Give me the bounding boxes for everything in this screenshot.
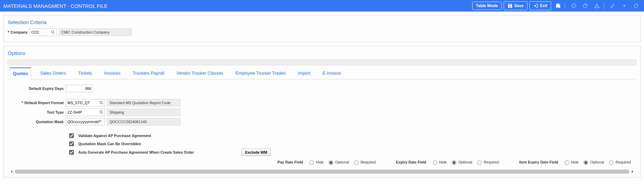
exit-label: Exit — [540, 3, 547, 8]
horizontal-scrollbar[interactable] — [10, 169, 634, 174]
item-expiry-label: Item Expiry Date Field — [519, 160, 558, 164]
expiry-date-group: Expiry Date Field Hide Optional Required — [396, 159, 499, 165]
item-expiry-required-radio[interactable] — [609, 160, 613, 165]
info-icon — [571, 3, 577, 8]
validate-ap-row: Validate Against AP Purchase Agreement — [10, 132, 634, 139]
item-expiry-group: Item Expiry Date Field Hide Optional Req… — [519, 159, 631, 165]
scroll-left-icon — [10, 170, 13, 173]
tab-tickets[interactable]: Tickets — [75, 67, 95, 79]
tab-einvoice[interactable]: E-Invoice — [320, 67, 344, 79]
quotation-mask-example: QOCCCC2024061145 — [107, 118, 180, 125]
expiry-hide-radio[interactable] — [433, 160, 437, 165]
mask-override-checkbox[interactable] — [69, 141, 74, 146]
options-panel: Options Quotes Sales Orders Tickets Invo… — [3, 46, 641, 177]
options-title: Options — [8, 50, 636, 56]
documents-icon — [555, 3, 561, 8]
pay-rate-required-radio[interactable] — [354, 160, 359, 165]
refresh-icon — [633, 3, 639, 8]
quotes-tab-body: Default Expiry Days * Default Report For… — [8, 79, 636, 169]
pay-rate-group: Pay Rate Field Hide Optional Required — [278, 159, 376, 165]
text-type-row: Text Type Shipping — [10, 109, 634, 116]
tab-import[interactable]: Import — [295, 67, 314, 79]
tab-invoices[interactable]: Invoices — [101, 67, 123, 79]
edit-button[interactable] — [608, 2, 618, 10]
tab-sales-orders[interactable]: Sales Orders — [37, 67, 69, 79]
separator — [604, 2, 604, 9]
help-icon — [583, 3, 588, 8]
toolbar-spacer — [7, 59, 637, 65]
radio-bar: Pay Rate Field Hide Optional Required Ex… — [10, 157, 634, 168]
exclude-wm-button[interactable]: Exclude WM — [241, 149, 271, 156]
autogen-ap-row: Auto Generate AP Purchase Agreement When… — [10, 149, 634, 156]
selection-criteria-panel: Selection Criteria * Company CMiC Constr… — [3, 15, 641, 42]
refresh-button[interactable] — [631, 2, 641, 10]
validate-ap-checkbox[interactable] — [69, 133, 74, 138]
svg-point-2 — [574, 5, 574, 5]
company-row: * Company CMiC Construction Company — [8, 28, 636, 36]
default-expiry-row: Default Expiry Days — [10, 85, 634, 92]
info-button[interactable] — [569, 2, 579, 10]
warning-icon — [594, 3, 600, 8]
pay-rate-label: Pay Rate Field — [278, 160, 303, 164]
default-report-row: * Default Report Format Standard MS Quot… — [10, 99, 634, 106]
pay-rate-optional-radio[interactable] — [329, 160, 333, 165]
company-label: * Company — [8, 30, 27, 34]
app-header: MATERIALS MANAGMENT - CONTROL FILE Table… — [0, 0, 644, 12]
item-expiry-optional-radio[interactable] — [584, 160, 588, 165]
tabs: Quotes Sales Orders Tickets Invoices Tru… — [8, 67, 636, 79]
autogen-ap-label: Auto Generate AP Purchase Agreement When… — [78, 150, 194, 154]
tab-vendor-trucker-classes[interactable]: Vendor Trucker Classes — [174, 67, 226, 79]
edit-icon — [610, 3, 616, 8]
quotation-mask-label: Quotation Mask — [10, 120, 66, 124]
save-button[interactable]: Save — [504, 1, 527, 10]
separator — [565, 2, 565, 9]
company-input[interactable] — [29, 28, 57, 36]
default-report-desc: Standard MS Quotation Report Code — [107, 99, 180, 106]
svg-point-6 — [597, 7, 597, 7]
expiry-optional-radio[interactable] — [452, 160, 456, 165]
default-report-input[interactable] — [66, 99, 105, 106]
tab-truckers-payroll[interactable]: Truckers Payroll — [129, 67, 167, 79]
help-button[interactable] — [581, 2, 590, 10]
scroll-right-icon — [631, 170, 634, 173]
more-button[interactable] — [620, 2, 629, 10]
selection-criteria-title: Selection Criteria — [8, 19, 636, 25]
default-expiry-label: Default Expiry Days — [10, 86, 66, 91]
tab-quotes[interactable]: Quotes — [10, 67, 31, 79]
text-type-input[interactable] — [66, 109, 105, 116]
svg-point-4 — [585, 7, 586, 7]
validate-ap-label: Validate Against AP Purchase Agreement — [78, 134, 151, 138]
autogen-ap-checkbox[interactable] — [69, 150, 74, 155]
documents-button[interactable] — [553, 2, 563, 10]
save-icon — [507, 3, 513, 8]
tab-employee-trucker-trades[interactable]: Employee Trucker Trades — [233, 67, 289, 79]
page-title: MATERIALS MANAGMENT - CONTROL FILE — [3, 3, 107, 9]
chevron-down-icon — [622, 3, 627, 8]
text-type-label: Text Type — [10, 110, 66, 114]
table-mode-button[interactable]: Table Mode — [472, 2, 502, 10]
text-type-desc: Shipping — [107, 109, 180, 116]
default-report-label: * Default Report Format — [10, 101, 66, 105]
default-expiry-input[interactable] — [66, 85, 93, 92]
scroll-track[interactable] — [15, 170, 629, 174]
pay-rate-hide-radio[interactable] — [309, 160, 314, 165]
save-label: Save — [514, 3, 524, 8]
expiry-required-radio[interactable] — [477, 160, 482, 165]
company-name-display: CMiC Construction Company — [59, 28, 132, 36]
quotation-mask-row: Quotation Mask QOCCCC2024061145 — [10, 118, 634, 125]
exit-icon — [533, 3, 539, 8]
warning-button[interactable] — [592, 2, 602, 10]
quotation-mask-input[interactable] — [66, 118, 105, 125]
mask-override-row: Quotation Mask Can Be Overridden — [10, 140, 634, 147]
item-expiry-hide-radio[interactable] — [565, 160, 569, 165]
mask-override-label: Quotation Mask Can Be Overridden — [78, 142, 141, 146]
expiry-date-label: Expiry Date Field — [396, 160, 426, 164]
exit-button[interactable]: Exit — [529, 1, 551, 10]
